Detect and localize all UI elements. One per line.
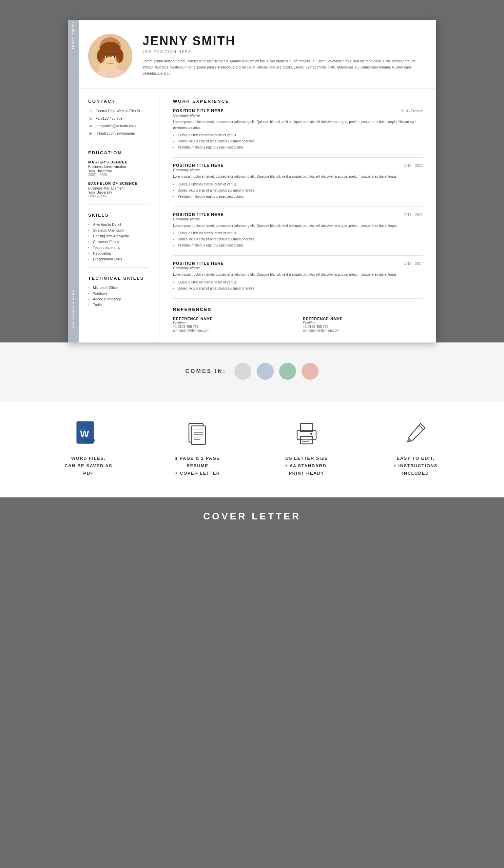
job-company-4: Company Name (173, 266, 423, 270)
edu-school-1: Your University (88, 169, 149, 173)
job-bullet: Donec iaculis erat sit amet purus euismo… (173, 286, 423, 291)
candidate-bio: Lorem ipsum dolor sit amet, consectetur … (142, 58, 419, 76)
svg-rect-20 (79, 427, 86, 428)
right-column: WORK EXPERIENCE POSITION TITLE HERE 2018… (160, 89, 436, 342)
reference-item-2: REFERENCE NAME Position +1 0123 456 789 … (303, 317, 423, 332)
reference-item-1: REFERENCE NAME Position +1 0123 456 789 … (173, 317, 293, 332)
job-dates-3: 2014 – 2016 (404, 213, 423, 217)
edu-school-2: Your University (88, 190, 149, 194)
skill-item: Presentation Skills (88, 257, 149, 261)
candidate-position: JOB POSITION HERE (142, 50, 419, 54)
comes-in-label: COMES IN: (186, 368, 226, 374)
skill-item: Team Leadership (88, 246, 149, 249)
job-bullet: Donec iaculis erat sit amet purus euismo… (173, 139, 423, 144)
tech-skills-list: Microsoft Office Windows Adobe Photoshop… (88, 286, 149, 307)
linkedin-text: linkedin.com/in/youname (96, 131, 135, 135)
job-bullet: Quisque ultricies mattis lorem et varius… (173, 230, 423, 236)
job-bullets-2: Quisque ultricies mattis lorem et varius… (173, 182, 423, 199)
work-divider-3 (173, 255, 423, 256)
references-section-title: REFERENCES (173, 307, 423, 312)
divider-edu-skills (88, 204, 149, 205)
ref-email-2: johnsmith@domain.com (303, 329, 423, 332)
job-bullet: Donec iaculis erat sit amet purus euismo… (173, 188, 423, 193)
job-dates-2: 2016 – 2018 (404, 164, 423, 167)
skills-list: Attention to Detail Strategic Orientatio… (88, 223, 149, 261)
job-dates-4: 2012 – 2014 (404, 262, 423, 266)
home-icon: ⌂ (88, 108, 93, 113)
ref-position-2: Position (303, 321, 423, 325)
feature-word: W WORD FILES.CAN BE SAVED ASPDF (55, 421, 122, 477)
job-header-4: POSITION TITLE HERE 2012 – 2014 (173, 261, 423, 266)
edu-degree-1: MASTER'S DEGREE (88, 160, 149, 164)
job-bullet: Quisque ultricies mattis lorem et varius… (173, 133, 423, 138)
svg-rect-18 (84, 440, 95, 441)
work-divider-1 (173, 157, 423, 158)
job-entry-1: POSITION TITLE HERE 2018 - Present Compa… (173, 108, 423, 150)
ref-name-1: REFERENCE NAME (173, 317, 293, 321)
svg-point-10 (106, 56, 108, 58)
resume-header: JENNY SMITH JOB POSITION HERE Lorem ipsu… (68, 20, 436, 89)
contact-section-title: CONTACT (88, 99, 149, 104)
phone-text: +1 0123 456 789 (96, 116, 122, 120)
feature-pages-text: 1 PAGE & 2 PAGERESUME+ COVER LETTER (175, 455, 220, 477)
feature-edit: EASY TO EDIT.+ INSTRUCTIONSINCLUDED (382, 421, 449, 477)
job-bullets-3: Quisque ultricies mattis lorem et varius… (173, 230, 423, 248)
divider-skills-tech (88, 267, 149, 268)
candidate-name: JENNY SMITH (142, 34, 419, 48)
page-wrapper: JENNY SMITH JOB POSITION HERE (0, 0, 504, 342)
address-text: Central Park West & 79th St (96, 109, 140, 113)
job-bullet: Vestibulum finibus eget dui eget vestibu… (173, 243, 423, 248)
contact-phone: ☏ +1 0123 456 789 (88, 116, 149, 121)
job-bullets-1: Quisque ultricies mattis lorem et varius… (173, 133, 423, 150)
ref-name-2: REFERENCE NAME (303, 317, 423, 321)
job-bullet: Vestibulum finibus eget dui eget vestibu… (173, 145, 423, 150)
tech-skill-item: Adobe Photoshop (88, 297, 149, 301)
job-entry-4: POSITION TITLE HERE 2012 – 2014 Company … (173, 261, 423, 291)
features-section: W WORD FILES.CAN BE SAVED ASPDF (0, 400, 504, 497)
sidebar-name-text: JENNY SMITH (72, 22, 75, 50)
swatch-gray (234, 363, 251, 380)
header-info: JENNY SMITH JOB POSITION HERE Lorem ipsu… (142, 34, 419, 76)
job-entry-3: POSITION TITLE HERE 2014 – 2016 Company … (173, 212, 423, 248)
pages-icon (184, 421, 211, 448)
swatch-blue (257, 363, 274, 380)
edu-year-1: 2007 – 2009 (88, 173, 149, 177)
svg-point-11 (114, 56, 115, 58)
job-title-4: POSITION TITLE HERE (173, 261, 224, 266)
color-swatches (234, 363, 318, 380)
job-company-2: Company Name (173, 168, 423, 172)
divider-contact-edu (88, 142, 149, 142)
ref-phone-2: +1 0123 456 789 (303, 325, 423, 329)
left-column: CONTACT ⌂ Central Park West & 79th St ☏ … (68, 89, 160, 342)
ref-position-1: Position (173, 321, 293, 325)
skill-item: Customer Focus (88, 240, 149, 244)
contact-linkedin: in linkedin.com/in/youname (88, 131, 149, 136)
job-bullet: Quisque ultricies mattis lorem et varius… (173, 182, 423, 187)
job-desc-3: Lorem ipsum dolor sit amet, consectetur … (173, 223, 423, 229)
references-grid: REFERENCE NAME Position +1 0123 456 789 … (173, 317, 423, 332)
job-header-2: POSITION TITLE HERE 2016 – 2018 (173, 163, 423, 168)
job-dates-1: 2018 - Present (400, 109, 423, 113)
email-text: jennysmith@domain.com (96, 124, 136, 128)
job-desc-4: Lorem ipsum dolor sit amet, consectetur … (173, 272, 423, 278)
email-icon: ✉ (88, 123, 93, 128)
edu-field-1: Business Administration (88, 165, 149, 169)
skill-item: Negotiating (88, 251, 149, 255)
cover-letter-label: COVER LETTER (13, 511, 491, 522)
job-bullets-4: Quisque ultricies mattis lorem et varius… (173, 280, 423, 291)
sidebar-position-text: JOB POSITION HERE (72, 290, 75, 329)
feature-word-text: WORD FILES.CAN BE SAVED ASPDF (64, 455, 112, 477)
skill-item: Attention to Detail (88, 223, 149, 227)
contact-address: ⌂ Central Park West & 79th St (88, 108, 149, 113)
job-desc-2: Lorem ipsum dolor sit amet, consectetur … (173, 174, 423, 180)
job-title-2: POSITION TITLE HERE (173, 163, 224, 168)
svg-point-12 (101, 58, 106, 63)
word-icon: W (75, 421, 102, 448)
svg-point-13 (114, 58, 119, 63)
job-header-1: POSITION TITLE HERE 2018 - Present (173, 108, 423, 113)
svg-point-14 (99, 63, 108, 70)
svg-rect-21 (79, 429, 85, 430)
profile-avatar-svg (88, 34, 132, 78)
comes-in-section: COMES IN: (0, 342, 504, 400)
contact-email: ✉ jennysmith@domain.com (88, 123, 149, 128)
